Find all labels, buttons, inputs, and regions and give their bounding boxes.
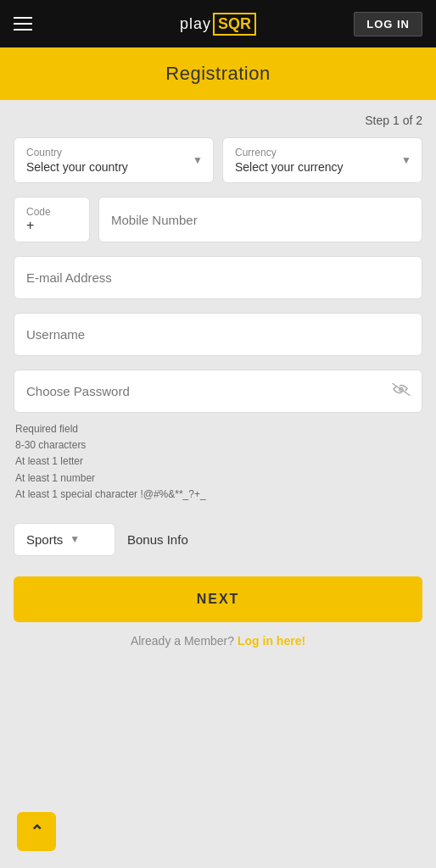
country-value: Select your country [26, 160, 201, 174]
hint-special: At least 1 special character !@#%&**_?+_ [15, 487, 421, 503]
hint-chars: 8-30 characters [15, 437, 421, 453]
logo: play SQR [180, 13, 256, 36]
password-container [14, 370, 422, 413]
phone-row: Code + [14, 197, 422, 242]
logo-play: play [180, 15, 211, 33]
code-label: Code [26, 206, 77, 218]
bonus-chevron-icon: ▼ [70, 533, 80, 545]
registration-banner: Registration [0, 47, 436, 100]
bonus-type-value: Sports [26, 532, 63, 547]
already-member-label: Already a Member? [131, 634, 234, 648]
already-member-text: Already a Member? Log in here! [14, 634, 422, 648]
password-hints: Required field 8-30 characters At least … [14, 418, 422, 506]
currency-value: Select your currency [235, 160, 410, 174]
eye-icon[interactable] [392, 382, 411, 400]
hint-number: At least 1 number [15, 470, 421, 487]
country-code-box[interactable]: Code + [14, 197, 90, 242]
password-input[interactable] [14, 370, 422, 413]
logo-sqr: SQR [213, 13, 256, 36]
next-button[interactable]: NEXT [14, 576, 422, 622]
hamburger-menu[interactable] [14, 17, 32, 31]
mobile-number-input[interactable] [98, 197, 422, 242]
step-indicator: Step 1 of 2 [14, 114, 422, 127]
header: play SQR LOG IN [0, 0, 436, 47]
hint-letter: At least 1 letter [15, 453, 421, 470]
registration-title: Registration [0, 63, 436, 85]
login-button[interactable]: LOG IN [354, 12, 422, 36]
currency-select[interactable]: Currency Select your currency ▼ [222, 137, 422, 183]
form-content: Step 1 of 2 Country Select your country … [0, 114, 436, 732]
login-link[interactable]: Log in here! [238, 634, 305, 648]
scroll-to-top-button[interactable]: ⌃ [17, 812, 56, 851]
bonus-info-text: Bonus Info [127, 532, 188, 547]
currency-chevron-icon: ▼ [401, 154, 411, 166]
country-chevron-icon: ▼ [193, 154, 203, 166]
bonus-row: Sports ▼ Bonus Info [14, 523, 422, 556]
country-label: Country [26, 147, 201, 159]
bonus-type-select[interactable]: Sports ▼ [14, 523, 115, 556]
country-currency-row: Country Select your country ▼ Currency S… [14, 137, 422, 183]
email-input[interactable] [14, 256, 422, 299]
hint-required: Required field [15, 421, 421, 437]
code-plus: + [26, 218, 77, 233]
username-input[interactable] [14, 313, 422, 356]
currency-label: Currency [235, 147, 410, 159]
country-select[interactable]: Country Select your country ▼ [14, 137, 214, 183]
